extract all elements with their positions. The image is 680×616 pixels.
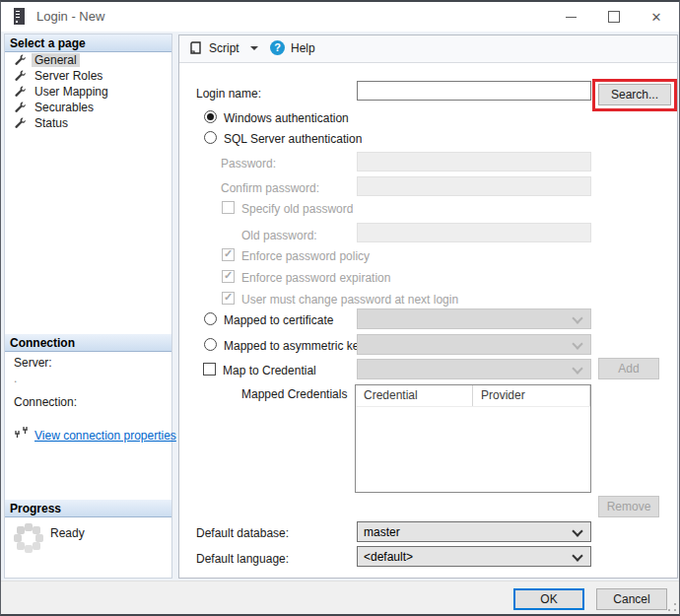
- connection-properties-icon: [13, 426, 31, 442]
- wrench-icon: [15, 102, 27, 113]
- wrench-icon: [15, 117, 27, 129]
- default-database-label: Default database:: [196, 526, 289, 540]
- wrench-icon: [15, 70, 27, 82]
- sidebar-item-securables[interactable]: Securables: [5, 100, 171, 115]
- confirm-password-input: [357, 176, 591, 196]
- maximize-icon: [608, 11, 620, 23]
- chevron-down-icon: [572, 550, 582, 561]
- remove-button: Remove: [598, 496, 659, 517]
- toolbar: Script ? Help: [179, 35, 677, 63]
- table-header-row: Credential Provider: [356, 385, 590, 407]
- connection-label: Connection:: [14, 395, 77, 409]
- minimize-button[interactable]: [549, 2, 592, 32]
- default-language-label: Default language:: [196, 552, 289, 566]
- app-icon: [14, 8, 25, 25]
- old-password-input: [357, 223, 591, 242]
- wrench-icon: [15, 54, 27, 66]
- login-name-label: Login name:: [196, 87, 261, 101]
- ok-button[interactable]: OK: [513, 588, 584, 610]
- progress-header: Progress: [5, 500, 171, 517]
- sql-authentication-radio[interactable]: [204, 131, 217, 144]
- sql-authentication-label: SQL Server authentication: [224, 132, 362, 146]
- specify-old-password-checkbox: [222, 201, 235, 214]
- script-page-icon: [188, 40, 204, 56]
- sidebar-item-general[interactable]: General: [5, 52, 171, 68]
- password-label: Password:: [221, 157, 276, 171]
- footer: OK Cancel: [1, 581, 679, 614]
- map-to-credential-checkbox[interactable]: [203, 363, 216, 376]
- main-panel: Script ? Help Login name: Search... Wind…: [178, 34, 678, 579]
- close-icon: ✕: [651, 11, 662, 24]
- specify-old-password-label: Specify old password: [241, 202, 353, 216]
- default-language-dropdown[interactable]: <default>: [357, 546, 591, 567]
- close-button[interactable]: ✕: [635, 2, 678, 32]
- script-button[interactable]: Script: [209, 41, 239, 55]
- column-header-credential[interactable]: Credential: [356, 385, 473, 406]
- map-to-credential-label: Map to Credential: [223, 364, 316, 377]
- certificate-dropdown: [357, 308, 591, 329]
- password-input: [357, 152, 591, 171]
- column-header-provider[interactable]: Provider: [473, 385, 590, 406]
- help-icon: ?: [270, 40, 285, 55]
- confirm-password-label: Confirm password:: [221, 181, 319, 195]
- titlebar: Login - New ✕: [1, 2, 679, 32]
- chevron-down-icon: [572, 312, 582, 323]
- default-database-dropdown[interactable]: master: [357, 521, 591, 542]
- must-change-password-label: User must change password at next login: [241, 293, 458, 307]
- annotation-highlight-box: [592, 79, 677, 111]
- spinner-dots-icon: [25, 534, 33, 542]
- mapped-to-certificate-label: Mapped to certificate: [224, 313, 333, 327]
- mapped-to-asymmetric-key-radio[interactable]: [204, 338, 217, 351]
- add-button: Add: [598, 358, 659, 379]
- chevron-down-icon: [572, 338, 582, 349]
- server-value: .: [14, 372, 17, 385]
- must-change-password-checkbox: [222, 292, 235, 305]
- sidebar-item-label: Server Roles: [32, 69, 105, 83]
- old-password-label: Old password:: [241, 229, 317, 242]
- enforce-password-expiration-label: Enforce password expiration: [241, 271, 390, 285]
- enforce-password-policy-label: Enforce password policy: [241, 249, 370, 263]
- wrench-icon: [15, 86, 27, 98]
- sidebar-item-label: Securables: [32, 101, 97, 114]
- mapped-credentials-table[interactable]: Credential Provider: [355, 384, 591, 493]
- asymmetric-key-dropdown: [357, 334, 591, 355]
- login-name-input[interactable]: [357, 81, 591, 101]
- mapped-credentials-label: Mapped Credentials: [241, 387, 347, 401]
- chevron-down-icon: [572, 363, 582, 374]
- credential-dropdown: [357, 359, 591, 379]
- mapped-to-asymmetric-key-label: Mapped to asymmetric key: [224, 339, 365, 353]
- sidebar-item-server-roles[interactable]: Server Roles: [5, 68, 171, 84]
- minimize-icon: [566, 17, 577, 18]
- resize-grip[interactable]: [668, 603, 676, 611]
- sidebar-item-label: User Mapping: [32, 85, 111, 99]
- server-label: Server:: [14, 356, 52, 370]
- windows-authentication-label: Windows authentication: [224, 111, 349, 125]
- sidebar-item-label: General: [32, 53, 80, 67]
- help-button[interactable]: Help: [291, 41, 315, 55]
- default-language-value: <default>: [364, 550, 413, 564]
- enforce-password-expiration-checkbox: [222, 270, 235, 283]
- login-new-dialog: Login - New ✕ Select a page General Serv…: [0, 0, 680, 616]
- connection-header: Connection: [5, 334, 171, 352]
- cancel-button[interactable]: Cancel: [596, 588, 667, 610]
- sidebar: Select a page General Server Roles User …: [4, 34, 172, 579]
- window-title: Login - New: [36, 9, 104, 24]
- enforce-password-policy-checkbox: [222, 248, 235, 261]
- select-a-page-header: Select a page: [5, 34, 171, 52]
- script-dropdown-icon[interactable]: [250, 46, 258, 50]
- chevron-down-icon: [572, 525, 582, 536]
- default-database-value: master: [364, 525, 400, 539]
- maximize-button[interactable]: [592, 2, 636, 32]
- sidebar-item-label: Status: [32, 116, 71, 130]
- progress-status: Ready: [50, 526, 85, 540]
- sidebar-item-status[interactable]: Status: [5, 115, 171, 131]
- view-connection-properties-link[interactable]: View connection properties: [34, 429, 176, 443]
- sidebar-item-user-mapping[interactable]: User Mapping: [5, 84, 171, 100]
- windows-authentication-radio[interactable]: [204, 110, 217, 123]
- mapped-to-certificate-radio[interactable]: [204, 312, 217, 325]
